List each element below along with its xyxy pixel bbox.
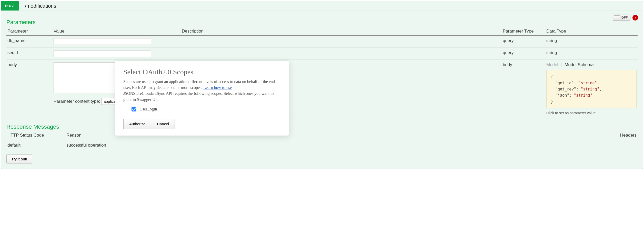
col-dtype: Data Type: [545, 27, 638, 36]
table-row: default successful operation: [6, 140, 638, 151]
auth-toggle-area: OFF !: [613, 15, 638, 21]
param-ptype: query: [502, 36, 545, 48]
col-parameter: Parameter: [6, 27, 53, 36]
response-status: default: [6, 140, 65, 151]
parameters-title: Parameters: [6, 19, 638, 26]
dialog-desc-part2: JSONStoreCloudantSync API requires the f…: [123, 91, 274, 101]
param-dtype: string: [545, 48, 638, 60]
col-value: Value: [53, 27, 181, 36]
parameters-table: Parameter Value Description Parameter Ty…: [6, 27, 638, 118]
endpoint-path: /modifications: [19, 3, 56, 9]
model-schema-preview[interactable]: { "get_id": "string", "get_rev": "string…: [546, 70, 637, 108]
http-method-badge: POST: [1, 1, 19, 11]
tab-divider: [561, 63, 561, 67]
param-desc: [181, 48, 502, 60]
alert-icon[interactable]: !: [632, 15, 638, 20]
col-ptype: Parameter Type: [502, 27, 545, 36]
table-row: seqid query string: [6, 48, 638, 60]
dialog-desc-part1: Scopes are used to grant an application …: [123, 79, 275, 90]
col-headers: Headers: [594, 132, 638, 140]
auth-toggle[interactable]: OFF: [613, 15, 630, 21]
param-dtype: string: [545, 36, 638, 48]
schema-hint: Click to set as parameter value: [546, 111, 637, 115]
authorize-button[interactable]: Authorize: [123, 119, 151, 129]
param-desc: [181, 36, 502, 48]
param-name: db_name: [6, 36, 53, 48]
section-body: Parameters Parameter Value Description P…: [1, 11, 643, 169]
param-ptype: query: [502, 48, 545, 60]
col-status: HTTP Status Code: [6, 132, 65, 140]
scope-label: UserLogin: [139, 107, 157, 111]
dialog-title: Select OAuth2.0 Scopes: [123, 68, 281, 76]
param-value-input-seqid[interactable]: [54, 50, 151, 57]
tab-model-schema[interactable]: Model Schema: [565, 62, 593, 67]
cancel-button[interactable]: Cancel: [151, 119, 175, 129]
param-value-input-db_name[interactable]: [54, 38, 151, 45]
param-name: body: [6, 60, 53, 118]
col-description: Description: [181, 27, 502, 36]
responses-table: HTTP Status Code Reason Headers default …: [6, 132, 638, 150]
table-row: db_name query string: [6, 36, 638, 48]
panel-header[interactable]: POST /modifications: [1, 1, 643, 11]
operation-panel: POST /modifications OFF ! Parameters Par…: [1, 1, 643, 169]
tab-model[interactable]: Model: [546, 62, 558, 67]
toggle-label: OFF: [621, 16, 628, 19]
oauth-scopes-dialog: Select OAuth2.0 Scopes Scopes are used t…: [115, 61, 289, 136]
responses-title: Response Messages: [6, 124, 638, 130]
dialog-description: Scopes are used to grant an application …: [123, 79, 281, 102]
response-reason: successful operation: [65, 140, 594, 151]
param-ptype: body: [502, 60, 545, 118]
scope-row: UserLogin: [130, 106, 281, 112]
try-it-out-button[interactable]: Try it out!: [6, 155, 32, 163]
content-type-label: Parameter content type:: [54, 99, 100, 104]
learn-how-link[interactable]: Learn how to use: [203, 85, 232, 90]
scope-checkbox-userlogin[interactable]: [132, 107, 136, 111]
toggle-knob: [614, 15, 620, 20]
param-name: seqid: [6, 48, 53, 60]
table-row: body Parameter content type: application…: [6, 60, 638, 118]
